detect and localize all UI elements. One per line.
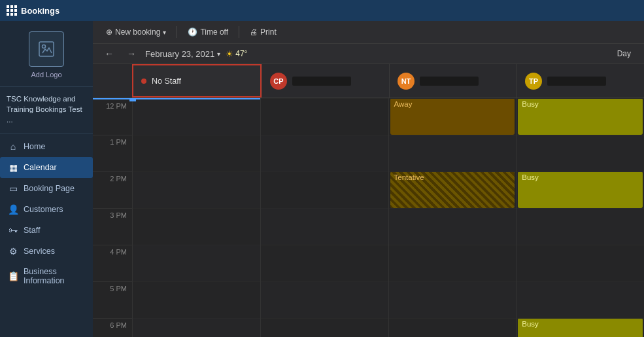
date-chevron-icon: ▾ [217, 50, 220, 58]
print-icon: 🖨 [250, 27, 258, 37]
grid-cell[interactable] [517, 281, 644, 318]
booking-page-icon: ▭ [8, 183, 18, 194]
no-staff-label: No Staff [152, 77, 181, 86]
sidebar-item-services-label: Services [24, 247, 55, 256]
time-4pm: 4 PM [110, 248, 127, 256]
sidebar-item-calendar[interactable]: ▦ Calendar [0, 157, 93, 178]
staff-name-tp [547, 77, 606, 86]
avatar-cp: CP [270, 73, 287, 90]
grid-cell[interactable] [389, 208, 517, 245]
grid-cell[interactable] [133, 98, 260, 135]
time-slot-4pm: 4 PM [93, 245, 132, 281]
grid-cell[interactable] [133, 281, 260, 318]
grid-cell[interactable] [389, 281, 517, 318]
svg-point-1 [42, 45, 46, 48]
no-staff-indicator [141, 79, 146, 84]
staff-icon: 🗝 [8, 225, 18, 236]
grid-cell[interactable] [133, 208, 260, 245]
business-info-icon: 📋 [8, 271, 18, 281]
grid-cell[interactable] [517, 318, 644, 337]
plus-icon: ⊕ [106, 27, 112, 37]
grid-cell[interactable] [133, 171, 260, 208]
grid-cell[interactable] [261, 318, 388, 337]
avatar-cp-initials: CP [273, 77, 283, 85]
grid-cell[interactable] [389, 171, 517, 208]
calendar-icon: ▦ [8, 162, 18, 173]
sun-icon: ☀ [226, 49, 233, 59]
time-grid: 12 PM 1 PM 2 PM 3 PM 4 PM 5 PM [93, 98, 644, 337]
add-logo-label[interactable]: Add Logo [31, 71, 61, 79]
time-6pm: 6 PM [110, 321, 127, 329]
weather-temp: 47° [235, 49, 247, 58]
sidebar-item-customers-label: Customers [24, 205, 63, 214]
print-label: Print [260, 27, 277, 37]
app-title: Bookings [21, 6, 59, 16]
sidebar-item-business-label: Business Information [24, 267, 85, 285]
grid-cell[interactable] [517, 98, 644, 135]
svg-rect-0 [39, 42, 54, 56]
print-button[interactable]: 🖨 Print [245, 25, 282, 39]
top-bar: Bookings [0, 0, 644, 21]
time-off-button[interactable]: 🕐 Time off [182, 25, 233, 39]
forward-arrow-button[interactable]: → [123, 47, 140, 60]
avatar-tp-initials: TP [529, 77, 538, 85]
staff-name-cp [292, 77, 351, 86]
grid-cell[interactable] [261, 98, 388, 135]
grid-col-cp[interactable] [260, 98, 388, 337]
app-logo: Bookings [7, 5, 59, 16]
time-gutter: 12 PM 1 PM 2 PM 3 PM 4 PM 5 PM [93, 98, 132, 337]
staff-col-no-staff: No Staff [132, 64, 262, 98]
weather-badge: ☀ 47° [226, 49, 247, 59]
date-text: February 23, 2021 [145, 49, 214, 59]
grid-col-tp[interactable]: Busy Busy Busy Busy [516, 98, 644, 337]
sidebar-item-customers[interactable]: 👤 Customers [0, 199, 93, 220]
day-view-label: Day [617, 49, 631, 58]
new-booking-button[interactable]: ⊕ New booking ▾ [101, 25, 171, 39]
day-view-button[interactable]: Day [612, 47, 636, 60]
sidebar-item-home-label: Home [24, 142, 45, 151]
time-2pm: 2 PM [110, 175, 127, 183]
grid-cell[interactable] [133, 318, 260, 337]
grid-cell[interactable] [261, 245, 388, 281]
sidebar-item-home[interactable]: ⌂ Home [0, 136, 93, 157]
time-5pm: 5 PM [110, 285, 127, 293]
grid-cell[interactable] [261, 281, 388, 318]
grid-cell[interactable] [133, 135, 260, 171]
grid-cell[interactable] [261, 135, 388, 171]
grid-cell[interactable] [517, 208, 644, 245]
staff-col-cp: CP [262, 64, 389, 98]
date-nav: ← → February 23, 2021 ▾ ☀ 47° Day [93, 44, 644, 64]
grid-cell[interactable] [389, 135, 517, 171]
sidebar-item-booking-label: Booking Page [24, 184, 75, 193]
date-label[interactable]: February 23, 2021 ▾ [145, 49, 220, 59]
time-1pm: 1 PM [110, 138, 127, 146]
grid-cell[interactable] [389, 318, 517, 337]
avatar-tp: TP [525, 73, 542, 90]
grid-cell[interactable] [261, 208, 388, 245]
time-slot-12pm: 12 PM [93, 98, 132, 135]
grid-cell[interactable] [133, 245, 260, 281]
grid-cell[interactable] [517, 245, 644, 281]
grid-cell[interactable] [389, 98, 517, 135]
toolbar: ⊕ New booking ▾ 🕐 Time off 🖨 Print [93, 21, 644, 44]
grid-cell[interactable] [389, 245, 517, 281]
grid-col-no-staff[interactable] [132, 98, 260, 337]
sidebar-item-calendar-label: Calendar [24, 163, 57, 172]
sidebar-item-services[interactable]: ⚙ Services [0, 241, 93, 262]
home-icon: ⌂ [8, 141, 18, 152]
services-icon: ⚙ [8, 246, 18, 257]
sidebar-item-staff-label: Staff [24, 226, 40, 235]
new-booking-chevron-icon: ▾ [163, 29, 166, 36]
grid-cell[interactable] [261, 171, 388, 208]
grid-cell[interactable] [517, 135, 644, 171]
time-slot-5pm: 5 PM [93, 281, 132, 318]
back-arrow-button[interactable]: ← [101, 47, 118, 60]
time-slot-3pm: 3 PM [93, 208, 132, 245]
grid-col-nt[interactable]: Away Tentative [388, 98, 517, 337]
sidebar-item-staff[interactable]: 🗝 Staff [0, 220, 93, 241]
sidebar-item-booking-page[interactable]: ▭ Booking Page [0, 178, 93, 199]
logo-box[interactable] [29, 31, 64, 67]
sidebar-item-business-info[interactable]: 📋 Business Information [0, 262, 93, 291]
sidebar-logo-area: Add Logo [0, 21, 93, 87]
grid-cell[interactable] [517, 171, 644, 208]
